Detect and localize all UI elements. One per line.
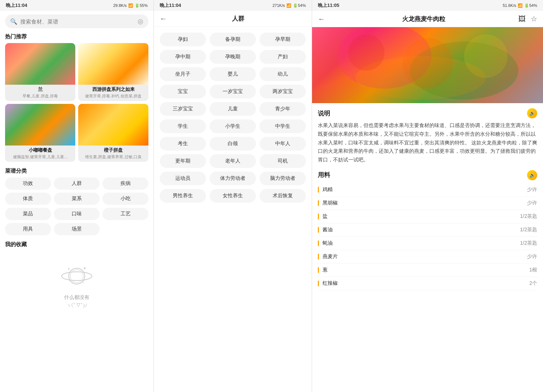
crowd-tag-9[interactable]: 宝宝 [160,85,206,98]
crowd-tag-0[interactable]: 孕妇 [160,33,206,46]
ingredient-name-5: 燕麦片 [323,253,527,260]
search-input[interactable] [20,18,135,25]
ingredient-name-0: 鸡精 [323,186,527,193]
crowd-tag-4[interactable]: 孕晚期 [210,50,256,64]
desc-section-title: 说明 🔊 [318,108,537,118]
signal-icon-2: 📶 [286,3,291,8]
time-3: 晚上11:05 [318,2,339,9]
crowd-tag-29[interactable]: 术后恢复 [260,189,306,203]
crowd-tag-25[interactable]: 体力劳动者 [210,172,256,185]
hot-item-3[interactable]: 小嘟嘟餐盘 健脑益智,健胃开胃,儿童,儿童... [5,104,75,162]
crowd-tag-22[interactable]: 老年人 [210,154,256,168]
category-disease[interactable]: 疾病 [102,177,148,190]
crowd-tag-20[interactable]: 中年人 [260,137,306,151]
back-button-2[interactable]: ← [160,14,171,23]
ingredient-bar-0 [318,187,319,193]
ingredient-bar-4 [318,240,319,246]
ingredient-amount-4: 1/2茶匙 [520,240,537,246]
crowd-tag-10[interactable]: 一岁宝宝 [210,85,256,98]
scan-icon[interactable]: ◎ [138,17,143,25]
crowd-tag-3[interactable]: 孕中期 [160,50,206,64]
crowd-panel: 晚上11:04 271K/s 📶 🔋54% ← 人群 孕妇备孕期孕早期孕中期孕晚… [154,0,312,392]
battery-2: 🔋54% [293,3,306,8]
collection-title: 我的收藏 [0,240,153,251]
battery-3: 🔋54% [524,3,537,8]
category-utensil[interactable]: 用具 [5,223,51,235]
status-bar-3: 晚上11:05 51.6K/s 📶 🔋54% [312,0,543,11]
ingredient-name-2: 盐 [323,213,520,220]
crowd-tag-24[interactable]: 运动员 [160,172,206,185]
crowd-tag-23[interactable]: 司机 [260,154,306,168]
recipe-description: 水果入菜说来容易，但也需要考虑水果与主要食材的味道、口感是否协调，还需要注意烹调… [318,121,537,164]
bookmark-icon[interactable]: ☆ [531,14,537,23]
crowd-tag-12[interactable]: 三岁宝宝 [160,102,206,116]
category-grid: 功效 人群 疾病 体质 菜系 小吃 菜品 口味 工艺 用具 场景 [0,177,153,235]
crowd-tag-17[interactable]: 中学生 [260,119,306,133]
crowd-tag-19[interactable]: 白领 [210,137,256,151]
crowd-tag-27[interactable]: 男性养生 [160,189,206,203]
svg-point-1 [62,272,92,281]
crowd-tag-15[interactable]: 学生 [160,119,206,133]
crowd-tag-16[interactable]: 小学生 [210,119,256,133]
hot-item-4[interactable]: 橙子拼盘 维生素,拼盘,健胃养胃,过敏,口臭 [78,104,148,162]
network-speed-2: 271K/s [273,3,285,8]
ingredient-row-3: 酱油 1/2茶匙 [318,223,537,237]
network-speed-3: 51.6K/s [503,3,516,8]
crowd-tag-11[interactable]: 两岁宝宝 [260,85,306,98]
crowd-tag-1[interactable]: 备孕期 [210,33,256,46]
hot-image-1 [5,43,75,85]
ingredient-row-1: 黑胡椒 少许 [318,197,537,210]
ingredient-amount-0: 少许 [527,186,537,193]
search-icon: 🔍 [10,18,17,25]
recipe-header: ← 火龙燕麦牛肉粒 🖼 ☆ [312,11,543,27]
category-dish[interactable]: 菜品 [5,208,51,220]
crowd-grid: 孕妇备孕期孕早期孕中期孕晚期产妇坐月子婴儿幼儿宝宝一岁宝宝两岁宝宝三岁宝宝儿童青… [154,27,312,208]
crowd-tag-5[interactable]: 产妇 [260,50,306,64]
crowd-tag-18[interactable]: 考生 [160,137,206,151]
crowd-tag-26[interactable]: 脑力劳动者 [260,172,306,185]
hot-item-name-1: 兰 [5,85,75,93]
crowd-tag-13[interactable]: 儿童 [210,102,256,116]
crowd-tag-7[interactable]: 婴儿 [210,67,256,81]
hot-item-name-2: 西游拼盘系列之如来 [78,85,148,93]
recipe-panel: 晚上11:05 51.6K/s 📶 🔋54% ← 火龙燕麦牛肉粒 🖼 ☆ [312,0,543,392]
audio-icon-ingredient[interactable]: 🔊 [527,170,537,180]
hot-item-tags-2: 健胃开胃,排毒,补钙,创意菜,拼盘 [78,93,148,101]
hot-grid: 兰 早餐,儿童,拼盘,排毒 西游拼盘系列之如来 健胃开胃,排毒,补钙,创意菜,拼… [0,43,153,162]
ingredient-bar-6 [318,267,319,273]
search-bar[interactable]: 🔍 ◎ [5,14,148,28]
hot-item-1[interactable]: 兰 早餐,儿童,拼盘,排毒 [5,43,75,101]
time-2: 晚上11:04 [160,2,181,9]
home-panel: 晚上11:04 29.8K/s 📶 🔋55% 🔍 ◎ 热门推荐 兰 早餐,儿童,… [0,0,154,392]
hot-image-4 [78,104,148,146]
ingredient-name-4: 蚝油 [323,240,520,246]
hot-item-2[interactable]: 西游拼盘系列之如来 健胃开胃,排毒,补钙,创意菜,拼盘 [78,43,148,101]
category-cuisine[interactable]: 菜系 [54,193,100,205]
crowd-tag-2[interactable]: 孕早期 [260,33,306,46]
crowd-tag-8[interactable]: 幼儿 [260,67,306,81]
category-efficacy[interactable]: 功效 [5,177,51,190]
category-scene[interactable]: 场景 [54,223,100,235]
crowd-tag-6[interactable]: 坐月子 [160,67,206,81]
category-snack[interactable]: 小吃 [102,193,148,205]
desc-title: 说明 [318,109,330,118]
crowd-tag-14[interactable]: 青少年 [260,102,306,116]
image-icon[interactable]: 🖼 [518,15,526,23]
category-flavor[interactable]: 口味 [54,208,100,220]
status-bar-1: 晚上11:04 29.8K/s 📶 🔋55% [0,0,153,11]
category-craft[interactable]: 工艺 [102,208,148,220]
category-constitution[interactable]: 体质 [5,193,51,205]
recipe-image-overlay [312,27,543,103]
category-crowd[interactable]: 人群 [54,177,100,190]
crowd-tag-21[interactable]: 更年期 [160,154,206,168]
audio-icon-desc[interactable]: 🔊 [527,108,537,118]
crowd-tag-28[interactable]: 女性养生 [210,189,256,203]
ingredient-amount-3: 1/2茶匙 [520,227,537,233]
status-icons-3: 51.6K/s 📶 🔋54% [503,3,537,8]
svg-point-3 [68,268,70,270]
ingredient-bar-3 [318,227,319,233]
hot-image-3 [5,104,75,146]
back-button-3[interactable]: ← [318,15,329,23]
hot-item-name-3: 小嘟嘟餐盘 [5,146,75,154]
ingredient-name-7: 红辣椒 [323,280,529,287]
